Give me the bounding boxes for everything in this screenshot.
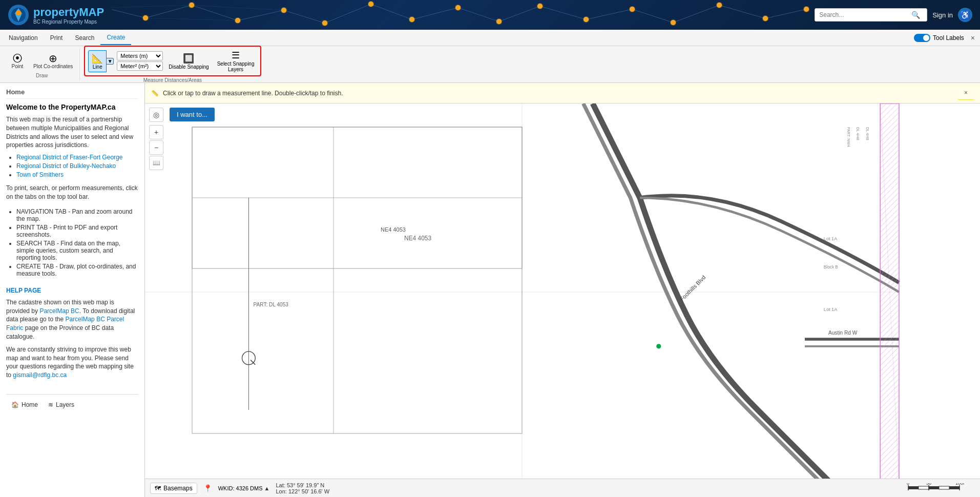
svg-line-15 [632,9,673,23]
wkid-label: WKID: 4326 DMS ▲ [218,485,270,491]
svg-rect-70 [949,486,960,489]
svg-point-29 [409,17,414,22]
parcelmap-bc-link[interactable]: ParcelMap BC [39,307,79,315]
tool-labels-switch[interactable] [914,34,930,42]
iwantto-button[interactable]: I want to... [170,108,215,121]
svg-point-25 [235,18,240,23]
map-status-bar: 🗺 Basemaps 📍 WKID: 4326 DMS ▲ Lat: 53° 5… [145,479,980,497]
signin-button[interactable]: Sign in [932,11,953,19]
tab-create[interactable]: Create [100,31,131,45]
svg-point-33 [583,17,589,22]
measure-group-label: Measure Distances/Areas [84,77,261,83]
zoom-out-button[interactable]: − [149,140,163,155]
svg-point-38 [804,7,809,12]
list-item: NAVIGATION TAB - Pan and zoom around the… [16,208,138,222]
zoom-in-button[interactable]: + [149,125,163,139]
line-dropdown-arrow[interactable]: ▼ [107,58,114,65]
tab-navigation[interactable]: Navigation [3,31,44,45]
layers-icon: ≋ [48,401,53,408]
scale-bar-svg: 0 50 100m [903,483,965,491]
notification-bar: 📏 Click or tap to draw a measurement lin… [145,83,980,103]
svg-line-8 [325,4,371,23]
line-label: Line [93,64,102,70]
disable-snapping-label: Disable Snapping [169,64,208,70]
link-bulkley-nechako[interactable]: Regional District of Bulkley-Nechako [16,162,116,170]
scale-bar: 0 50 100m [903,485,965,491]
search-input[interactable] [819,11,911,18]
sidebar-welcome-heading: Welcome to the PropertyMAP.ca [6,103,138,111]
plot-coordinates-label: Plot Co-ordinates [33,64,73,69]
line-button[interactable]: 📐 Line [88,50,107,72]
svg-rect-67 [919,486,929,489]
logo-icon [8,4,29,26]
draw-tools: ⦿ Point ⊕ Plot Co-ordinates [7,51,76,72]
basemaps-button[interactable]: 🗺 Basemaps [150,483,197,494]
list-item: Regional District of Bulkley-Nechako [16,162,138,170]
help-page-link[interactable]: HELP PAGE [6,287,138,294]
notification-close-button[interactable]: × [958,86,974,100]
sidebar-bullets-list: NAVIGATION TAB - Pan and zoom around the… [16,208,138,279]
locate-button[interactable]: ◎ [149,108,163,122]
svg-text:50: 50 [926,483,931,486]
svg-text:Austin Rd W: Austin Rd W [828,330,858,336]
map-canvas[interactable]: ◎ + − 📖 I want to... ‹ [145,103,980,481]
tool-labels-toggle: Tool Labels [914,34,964,42]
svg-line-4 [145,5,192,18]
area-units-select[interactable]: Meter² (m²) Kilometer² (km²) Feet² (ft²) [117,61,163,71]
lat-value: 53° 59' 19.9" N [287,482,324,488]
tab-search[interactable]: Search [69,31,100,45]
bookmark-button[interactable]: 📖 [149,156,163,170]
svg-line-21 [192,5,284,10]
link-smithers[interactable]: Town of Smithers [16,171,64,178]
svg-text:DL 4/48: DL 4/48 [865,127,870,140]
home-icon: 🏠 [11,401,19,408]
sidebar-footer: 🏠 Home ≋ Layers [6,394,138,411]
svg-point-31 [496,19,502,24]
list-item: PRINT TAB - Print to PDF and export scre… [16,224,138,238]
svg-line-3 [112,8,145,18]
svg-line-12 [499,6,540,22]
disable-snapping-icon: 🔲 [183,53,194,64]
lat-label: Lat: [276,482,285,488]
sidebar-layers-button[interactable]: ≋ Layers [43,399,79,411]
basemaps-label: Basemaps [163,485,193,492]
plot-coordinates-button[interactable]: ⊕ Plot Co-ordinates [30,51,76,72]
svg-line-18 [765,9,806,18]
point-label: Point [12,64,24,69]
svg-text:100m: 100m [955,483,965,486]
point-icon: ⦿ [12,53,23,64]
select-snapping-layers-button[interactable]: ☰ Select Snapping Layers [215,49,257,73]
disable-snapping-button[interactable]: 🔲 Disable Snapping [166,52,211,71]
svg-text:Lot 1A: Lot 1A [824,307,838,312]
distance-units-select[interactable]: Meters (m) Kilometers (km) Feet (ft) Mil… [117,51,163,60]
sidebar-description: This web map is the result of a partners… [6,115,138,150]
search-box[interactable]: 🔍 [815,8,927,22]
line-btn-group: 📐 Line ▼ [88,50,114,72]
point-button[interactable]: ⦿ Point [7,51,28,72]
search-icon: 🔍 [911,11,920,19]
header-logo: propertyMAP BC Regional Property Maps [0,4,112,26]
svg-text:DL 4/48: DL 4/48 [856,127,860,140]
logo-title: propertyMAP [33,6,104,19]
parcelmap-fabric-link[interactable]: ParcelMap BC Parcel Fabric [6,316,124,332]
map-container[interactable]: 📏 Click or tap to draw a measurement lin… [145,83,980,497]
list-item: Regional District of Fraser-Fort George [16,154,138,161]
network-svg [112,0,815,30]
tab-print[interactable]: Print [44,31,69,45]
line-icon: 📐 [92,53,103,64]
header-right: 🔍 Sign in ♿ [815,8,980,22]
email-link[interactable]: gismail@rdflg.bc.ca [13,371,67,379]
accessibility-button[interactable]: ♿ [958,8,972,22]
svg-rect-69 [939,486,949,489]
basemaps-icon: 🗺 [155,485,161,492]
svg-line-5 [192,5,238,20]
toolbar-close-button[interactable]: × [968,34,977,42]
sidebar-layers-label: Layers [56,401,74,408]
svg-rect-68 [929,486,939,489]
header: propertyMAP BC Regional Property Maps [0,0,980,30]
svg-point-37 [763,16,768,21]
sidebar-home-button[interactable]: 🏠 Home [6,399,43,411]
link-fraser-fort-george[interactable]: Regional District of Fraser-Fort George [16,154,122,161]
sidebar-links-list: Regional District of Fraser-Fort George … [16,154,138,180]
wkid-arrow: ▲ [264,485,270,491]
